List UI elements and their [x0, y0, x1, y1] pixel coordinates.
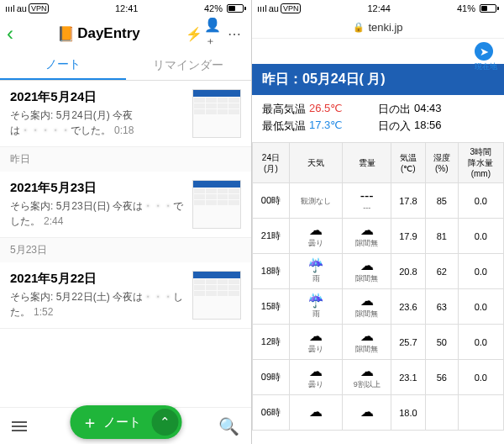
cell-weather: ☁曇り — [289, 360, 343, 395]
cell-humidity: 56 — [425, 360, 458, 395]
weather-icon: ☁ — [309, 364, 323, 378]
bolt-icon[interactable]: ⚡ — [184, 26, 204, 42]
carrier: au — [269, 3, 279, 13]
address-bar[interactable]: 🔒tenki.jp — [252, 17, 504, 39]
cell-temp: 23.1 — [391, 360, 425, 395]
table-header: 24日(月) — [253, 143, 290, 183]
cell-cloud: ☁隙間無 — [343, 289, 391, 325]
battery-icon — [477, 4, 499, 13]
cell-rain: 0.0 — [458, 183, 503, 219]
table-header: 天気 — [289, 143, 343, 183]
cell-humidity: 63 — [425, 289, 458, 325]
cloud-icon: ☁ — [360, 329, 374, 343]
more-icon[interactable]: ⋯ — [224, 26, 244, 42]
entry-title: 2021年5月23日 — [10, 180, 186, 196]
weather-icon: ☁ — [309, 404, 323, 419]
status-bar: ıııl au VPN 12:41 42% — [0, 0, 251, 17]
cell-temp: 25.7 — [391, 325, 425, 360]
cell-weather: ☔雨 — [289, 289, 343, 325]
table-header: 雲量 — [343, 143, 391, 183]
cell-weather: ☁曇り — [289, 219, 343, 254]
cell-time: 09時 — [253, 360, 290, 395]
cell-weather: 観測なし — [289, 183, 343, 219]
chevron-up-icon[interactable]: ⌃ — [151, 409, 178, 436]
cell-rain — [458, 395, 503, 431]
lock-icon: 🔒 — [353, 22, 365, 33]
cloud-icon: ☁ — [360, 223, 374, 237]
tab-reminders[interactable]: リマインダー — [126, 50, 252, 80]
table-row: 06時☁☁18.0 — [253, 395, 504, 431]
cell-temp: 18.0 — [391, 395, 425, 431]
tab-notes[interactable]: ノート — [0, 50, 126, 80]
cell-cloud: ☁隙間無 — [343, 254, 391, 289]
cell-rain: 0.0 — [458, 289, 503, 325]
back-button[interactable]: ‹ — [7, 22, 13, 45]
cell-cloud: ☁隙間無 — [343, 219, 391, 254]
cell-cloud: ------ — [343, 183, 391, 219]
entry-thumbnail — [192, 89, 241, 138]
table-row: 15時☔雨☁隙間無23.6630.0 — [253, 289, 504, 325]
fab-label: ノート — [103, 415, 141, 431]
book-icon: 📙 — [57, 25, 75, 43]
section-divider: 昨日 — [0, 147, 251, 172]
search-icon[interactable]: 🔍 — [218, 416, 239, 436]
cell-rain: 0.0 — [458, 254, 503, 289]
cell-humidity — [425, 395, 458, 431]
cell-temp: 17.9 — [391, 219, 425, 254]
clock: 12:41 — [115, 3, 139, 13]
carrier: au — [17, 3, 27, 13]
weather-table: 24日(月)天気雲量気温(℃)湿度(%)3時間降水量(mm) 00時観測なし--… — [252, 142, 504, 431]
entry-subtitle: そら案内: 5月22日(土) 今夜は・・・した。1:52 — [10, 289, 186, 320]
new-note-button[interactable]: ＋ ノート ⌃ — [70, 405, 181, 439]
cell-humidity: 62 — [425, 254, 458, 289]
entry-title: 2021年5月24日 — [10, 89, 186, 105]
table-header: 3時間降水量(mm) — [458, 143, 503, 183]
dayentry-app: ıııl au VPN 12:41 42% ‹ 📙DayEntry ⚡ 👤﹢ ⋯… — [0, 0, 252, 444]
cell-rain: 0.0 — [458, 360, 503, 395]
list-item[interactable]: 2021年5月23日 そら案内: 5月23日(日) 今夜は・・・でした。2:44 — [0, 172, 251, 238]
location-arrow-icon: ➤ — [475, 42, 493, 61]
menu-icon[interactable] — [12, 421, 27, 431]
cell-rain: 0.0 — [458, 325, 503, 360]
add-person-icon[interactable]: 👤﹢ — [204, 17, 224, 50]
cell-time: 06時 — [253, 395, 290, 431]
cell-temp: 20.8 — [391, 254, 425, 289]
cell-cloud: ☁隙間無 — [343, 325, 391, 360]
current-location-button[interactable]: ➤現在地 — [475, 42, 497, 72]
status-bar: ıııl au VPN 12:44 41% — [252, 0, 504, 17]
table-row: 21時☁曇り☁隙間無17.9810.0 — [253, 219, 504, 254]
tabs: ノート リマインダー — [0, 50, 251, 81]
table-row: 12時☁曇り☁隙間無25.7500.0 — [253, 325, 504, 360]
cell-time: 21時 — [253, 219, 290, 254]
table-row: 09時☁曇り☁9割以上23.1560.0 — [253, 360, 504, 395]
weather-icon: ☁ — [309, 223, 323, 237]
plus-icon: ＋ — [81, 411, 98, 434]
cell-humidity: 50 — [425, 325, 458, 360]
cell-time: 18時 — [253, 254, 290, 289]
cell-weather: ☁曇り — [289, 325, 343, 360]
list-item[interactable]: 2021年5月22日 そら案内: 5月22日(土) 今夜は・・・した。1:52 — [0, 262, 251, 329]
battery-icon — [224, 4, 246, 13]
weather-icon: ☔ — [307, 258, 324, 272]
cell-cloud: ☁ — [343, 395, 391, 431]
date-header: 昨日：05月24日( 月) — [252, 64, 504, 95]
cell-humidity: 85 — [425, 183, 458, 219]
app-title: 📙DayEntry — [13, 25, 184, 43]
cell-time: 12時 — [253, 325, 290, 360]
table-header: 湿度(%) — [425, 143, 458, 183]
cell-weather: ☁ — [289, 395, 343, 431]
entry-list: 2021年5月24日 そら案内: 5月24日(月) 今夜は・・・・・でした。0:… — [0, 81, 251, 407]
cell-temp: 23.6 — [391, 289, 425, 325]
battery-pct: 42% — [204, 3, 223, 13]
entry-title: 2021年5月22日 — [10, 271, 186, 287]
cloud-icon: ☁ — [360, 364, 374, 378]
list-item[interactable]: 2021年5月24日 そら案内: 5月24日(月) 今夜は・・・・・でした。0:… — [0, 81, 251, 147]
cell-rain: 0.0 — [458, 219, 503, 254]
table-row: 00時観測なし------17.8850.0 — [253, 183, 504, 219]
cell-humidity: 81 — [425, 219, 458, 254]
cell-cloud: ☁9割以上 — [343, 360, 391, 395]
cell-weather: ☔雨 — [289, 254, 343, 289]
cloud-icon: ☁ — [360, 293, 374, 308]
cloud-icon: ☁ — [360, 258, 374, 272]
clock: 12:44 — [367, 3, 391, 13]
